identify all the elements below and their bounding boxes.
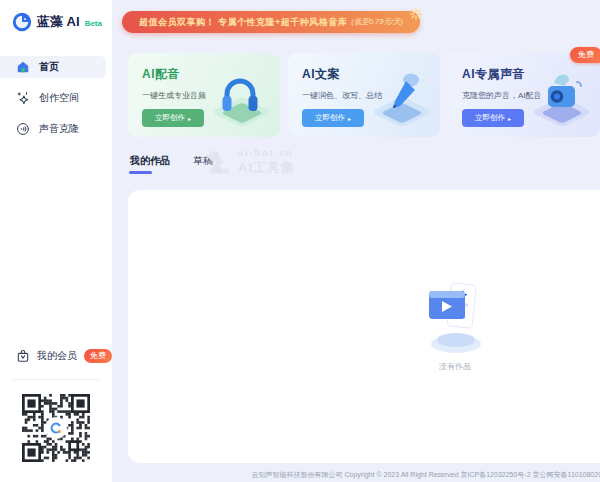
- arrow-right-icon: ▸: [188, 115, 191, 122]
- empty-state: 没有作品: [128, 190, 600, 372]
- app-window: 蓝藻 AI Beta 首页: [0, 0, 600, 482]
- card-title: AI配音: [142, 66, 280, 83]
- create-now-button[interactable]: 立即创作 ▸: [462, 109, 524, 127]
- sidebar-item-label: 创作空间: [39, 91, 79, 105]
- empty-state-text: 没有作品: [439, 361, 471, 372]
- sidebar-item-label: 声音克隆: [39, 122, 79, 136]
- ai-bot-logo-icon: [206, 150, 233, 175]
- card-title: AI专属声音: [462, 66, 600, 83]
- main-content: 超值会员双享购！ 专属个性克隆+超千种风格音库 (低至0.79元/天) AI配音…: [112, 0, 600, 482]
- watermark: ai-bot.cn AI工具集: [206, 148, 295, 177]
- create-now-button[interactable]: 立即创作 ▸: [142, 109, 204, 127]
- card-subtitle: 一键生成专业音频: [142, 90, 280, 101]
- tab-my-works[interactable]: 我的作品: [128, 151, 172, 175]
- watermark-name: AI工具集: [238, 159, 295, 177]
- app-title: 蓝藻 AI: [37, 13, 80, 31]
- works-panel: 没有作品: [128, 190, 600, 463]
- works-tabs: 我的作品 草稿 ai-bot.cn AI工具集: [128, 151, 600, 184]
- arrow-right-icon: ▸: [508, 115, 511, 122]
- voice-wave-icon: [16, 122, 30, 136]
- app-logo-icon: [12, 12, 32, 32]
- card-subtitle: 克隆您的声音，AI配音: [462, 90, 600, 101]
- feature-cards: AI配音 一键生成专业音频 立即创作 ▸ AI文案: [128, 53, 600, 137]
- sidebar-divider: [12, 379, 100, 380]
- sparkle-icon: [16, 91, 30, 105]
- promo-banner-text: 超值会员双享购！ 专属个性克隆+超千种风格音库: [139, 16, 347, 29]
- card-ai-exclusive-voice: 免费 AI专属声音 克隆您的声音，AI配音: [448, 53, 600, 137]
- empty-works-illustration: [419, 278, 491, 356]
- briefcase-icon: [16, 349, 30, 363]
- card-title: AI文案: [302, 66, 440, 83]
- watermark-domain: ai-bot.cn: [238, 148, 295, 158]
- footer: 云知声智能科技股份有限公司 Copyright © 2023 All Right…: [128, 470, 600, 480]
- sidebar-bottom: 我的会员 免费: [0, 345, 112, 482]
- sidebar-item-voice-clone[interactable]: 声音克隆: [0, 118, 106, 140]
- card-ai-copywriting: AI文案 一键润色、改写、总结 立即创作 ▸: [288, 53, 440, 137]
- arrow-right-icon: ▸: [348, 115, 351, 122]
- sidebar-item-creation-space[interactable]: 创作空间: [0, 87, 106, 109]
- free-badge: 免费: [570, 47, 600, 63]
- app-logo: 蓝藻 AI Beta: [0, 0, 112, 32]
- card-subtitle: 一键润色、改写、总结: [302, 90, 440, 101]
- copyright-text: 云知声智能科技股份有限公司 Copyright © 2023 All Right…: [252, 471, 600, 478]
- beta-badge: Beta: [85, 19, 102, 28]
- sidebar-item-label: 首页: [39, 60, 59, 74]
- sidebar-item-home[interactable]: 首页: [0, 56, 106, 78]
- membership-label: 我的会员: [37, 349, 77, 363]
- qr-code: [22, 394, 90, 462]
- home-icon: [16, 60, 30, 74]
- create-now-button[interactable]: 立即创作 ▸: [302, 109, 364, 127]
- promo-banner[interactable]: 超值会员双享购！ 专属个性克隆+超千种风格音库 (低至0.79元/天): [122, 11, 420, 33]
- sidebar-item-membership[interactable]: 我的会员 免费: [0, 345, 112, 367]
- promo-banner-price: (低至0.79元/天): [351, 17, 403, 27]
- sidebar-menu: 首页 创作空间 声音克: [0, 56, 112, 149]
- firework-icon: [409, 7, 423, 21]
- sidebar: 蓝藻 AI Beta 首页: [0, 0, 112, 482]
- card-ai-dubbing: AI配音 一键生成专业音频 立即创作 ▸: [128, 53, 280, 137]
- free-badge: 免费: [84, 349, 112, 363]
